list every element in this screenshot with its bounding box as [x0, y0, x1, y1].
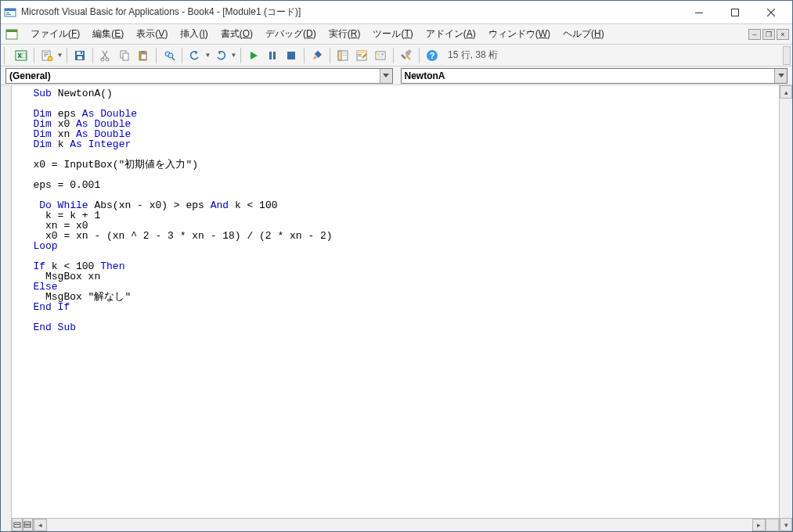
- svg-rect-13: [44, 56, 47, 56]
- window-controls: [681, 2, 789, 23]
- app-window: Microsoft Visual Basic for Applications …: [0, 0, 793, 532]
- scroll-down-button[interactable]: ▾: [780, 518, 792, 531]
- svg-rect-28: [269, 52, 272, 59]
- full-module-view-button[interactable]: [23, 518, 34, 531]
- run-button[interactable]: [245, 47, 262, 64]
- minimize-button[interactable]: [681, 2, 717, 23]
- svg-rect-2: [6, 13, 9, 13]
- toolbar-overflow[interactable]: [783, 46, 791, 65]
- redo-button[interactable]: [212, 47, 229, 64]
- margin-indicator-bar[interactable]: [1, 85, 12, 531]
- svg-rect-7: [6, 30, 17, 32]
- object-procedure-bar: (General) NewtonA: [1, 66, 792, 85]
- cut-button[interactable]: [97, 47, 114, 64]
- svg-rect-37: [357, 51, 366, 53]
- insert-module-button[interactable]: [38, 47, 56, 64]
- standard-toolbar: ▼ ▼ ▼ ? 15 行, 38 桁: [1, 45, 792, 66]
- svg-rect-48: [24, 522, 31, 524]
- menu-view[interactable]: 表示(V): [130, 25, 174, 43]
- svg-rect-3: [6, 14, 11, 15]
- svg-rect-49: [24, 525, 31, 527]
- procedure-view-button[interactable]: [12, 518, 23, 531]
- svg-rect-11: [44, 52, 49, 53]
- toolbox-button[interactable]: [398, 47, 415, 64]
- menu-insert[interactable]: 挿入(I): [174, 25, 214, 43]
- find-button[interactable]: [160, 47, 178, 64]
- title-bar: Microsoft Visual Basic for Applications …: [1, 1, 792, 24]
- scroll-right-button[interactable]: ▸: [752, 519, 766, 531]
- mdi-restore-button[interactable]: ❐: [762, 29, 775, 40]
- svg-rect-25: [141, 54, 146, 59]
- menu-format[interactable]: 書式(O): [214, 25, 259, 43]
- svg-point-27: [168, 53, 173, 58]
- svg-rect-29: [273, 52, 276, 59]
- svg-rect-12: [44, 54, 49, 55]
- vertical-scrollbar[interactable]: ▴ ▾: [779, 85, 792, 531]
- menu-help[interactable]: ヘルプ(H): [557, 25, 611, 43]
- svg-rect-35: [342, 55, 347, 56]
- code-editor[interactable]: Sub NewtonA() Dim eps As Double Dim x0 A…: [12, 85, 779, 336]
- svg-rect-38: [358, 54, 362, 55]
- menu-file[interactable]: ファイル(F): [24, 25, 86, 43]
- dropdown-arrow-icon[interactable]: [774, 69, 787, 83]
- svg-rect-17: [77, 56, 82, 59]
- close-button[interactable]: [753, 2, 789, 23]
- maximize-button[interactable]: [717, 2, 753, 23]
- object-browser-button[interactable]: [372, 47, 389, 64]
- object-combo-value: (General): [9, 70, 51, 81]
- scroll-corner: [766, 519, 779, 531]
- svg-rect-34: [342, 52, 347, 54]
- svg-rect-33: [338, 51, 341, 60]
- code-window: Sub NewtonA() Dim eps As Double Dim x0 A…: [1, 85, 792, 531]
- object-combo[interactable]: (General): [5, 68, 393, 84]
- svg-point-14: [48, 56, 52, 61]
- copy-button[interactable]: [116, 47, 133, 64]
- help-button[interactable]: ?: [424, 47, 441, 64]
- properties-window-button[interactable]: [353, 47, 370, 64]
- project-explorer-button[interactable]: [334, 47, 351, 64]
- reset-button[interactable]: [283, 47, 300, 64]
- redo-dropdown-icon[interactable]: ▼: [230, 47, 237, 64]
- menu-edit[interactable]: 編集(E): [86, 25, 130, 43]
- svg-rect-42: [381, 53, 384, 56]
- svg-text:?: ?: [430, 51, 435, 60]
- scroll-up-button[interactable]: ▴: [780, 85, 792, 99]
- svg-rect-24: [141, 51, 145, 53]
- design-mode-button[interactable]: [308, 47, 326, 64]
- undo-dropdown-icon[interactable]: ▼: [204, 47, 211, 64]
- svg-rect-40: [376, 52, 385, 59]
- break-button[interactable]: [264, 47, 281, 64]
- window-title: Microsoft Visual Basic for Applications …: [21, 5, 681, 19]
- svg-rect-43: [377, 56, 384, 58]
- mdi-close-button[interactable]: ×: [777, 29, 789, 40]
- app-icon: [4, 6, 16, 19]
- dropdown-arrow-icon[interactable]: [380, 69, 392, 83]
- svg-rect-18: [81, 52, 82, 54]
- svg-rect-8: [16, 51, 27, 60]
- menu-window[interactable]: ウィンドウ(W): [482, 25, 557, 43]
- mdi-system-icon[interactable]: [4, 27, 20, 42]
- menu-run[interactable]: 実行(R): [323, 25, 367, 43]
- svg-rect-22: [123, 53, 128, 60]
- scroll-left-button[interactable]: ◂: [34, 519, 47, 531]
- paste-button[interactable]: [135, 47, 152, 64]
- menu-tools[interactable]: ツール(T): [366, 25, 419, 43]
- save-button[interactable]: [71, 47, 88, 64]
- horizontal-scrollbar[interactable]: ◂ ▸: [34, 518, 779, 531]
- code-area: Sub NewtonA() Dim eps As Double Dim x0 A…: [12, 85, 779, 531]
- procedure-combo[interactable]: NewtonA: [401, 68, 788, 84]
- mdi-minimize-button[interactable]: –: [748, 29, 761, 40]
- svg-rect-30: [287, 52, 295, 59]
- svg-rect-47: [15, 524, 20, 525]
- view-excel-button[interactable]: [13, 47, 30, 64]
- svg-rect-41: [377, 53, 380, 56]
- undo-button[interactable]: [186, 47, 204, 64]
- menu-addins[interactable]: アドイン(A): [420, 25, 482, 43]
- menu-bar: ファイル(F) 編集(E) 表示(V) 挿入(I) 書式(O) デバッグ(D) …: [1, 24, 792, 45]
- toolbar-grip[interactable]: [4, 47, 9, 64]
- menu-debug[interactable]: デバッグ(D): [259, 25, 323, 43]
- insert-dropdown-icon[interactable]: ▼: [56, 47, 63, 64]
- procedure-combo-value: NewtonA: [405, 70, 445, 81]
- bottom-bar: ◂ ▸: [12, 518, 779, 531]
- mdi-controls: – ❐ ×: [748, 29, 789, 40]
